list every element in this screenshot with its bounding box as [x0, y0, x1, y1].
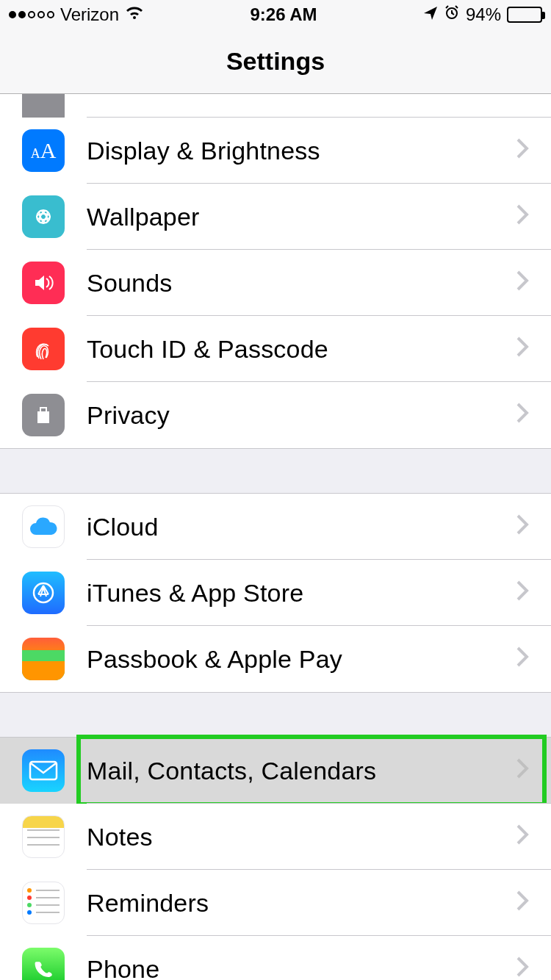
chevron-right-icon — [516, 203, 529, 231]
section-gap — [0, 449, 551, 493]
settings-row-wallpaper[interactable]: Wallpaper — [0, 184, 551, 250]
settings-row-passbook[interactable]: Passbook & Apple Pay — [0, 626, 551, 692]
status-bar: Verizon 9:26 AM 94% — [0, 0, 551, 29]
icloud-icon — [22, 505, 65, 548]
status-right: 94% — [423, 4, 542, 25]
settings-scroll[interactable]: AA Display & Brightness Wallpaper Sounds — [0, 94, 551, 980]
reminders-icon — [22, 882, 65, 924]
chevron-right-icon — [516, 335, 529, 364]
page-title: Settings — [0, 29, 551, 94]
privacy-icon — [22, 394, 65, 436]
row-label: Sounds — [87, 269, 516, 298]
section-2: Mail, Contacts, Calendars Notes Reminder… — [0, 737, 551, 980]
battery-pct-label: 94% — [466, 4, 501, 25]
chevron-right-icon — [516, 269, 529, 298]
row-label: Display & Brightness — [87, 137, 516, 165]
battery-icon — [507, 7, 542, 23]
row-label: Wallpaper — [87, 203, 516, 231]
chevron-right-icon — [516, 823, 529, 851]
row-label: Reminders — [87, 889, 516, 918]
settings-row-partial[interactable] — [0, 94, 551, 118]
section-1: iCloud iTunes & App Store Passbook & App… — [0, 493, 551, 693]
touchid-icon — [22, 328, 65, 370]
settings-row-touchid[interactable]: Touch ID & Passcode — [0, 316, 551, 382]
itunes-icon — [22, 572, 65, 614]
section-gap — [0, 693, 551, 737]
chevron-right-icon — [516, 137, 529, 165]
row-label: Phone — [87, 955, 516, 981]
settings-row-reminders[interactable]: Reminders — [0, 870, 551, 936]
svg-rect-8 — [30, 762, 57, 779]
settings-row-sounds[interactable]: Sounds — [0, 250, 551, 316]
settings-row-privacy[interactable]: Privacy — [0, 382, 551, 448]
mail-icon — [22, 749, 65, 792]
chevron-right-icon — [516, 889, 529, 918]
phone-icon — [22, 948, 65, 980]
wifi-icon — [125, 4, 144, 25]
sounds-icon — [22, 262, 65, 304]
settings-row-display[interactable]: AA Display & Brightness — [0, 118, 551, 184]
svg-point-6 — [42, 414, 45, 417]
row-label: iCloud — [87, 513, 516, 541]
partial-icon — [22, 94, 65, 118]
chevron-right-icon — [516, 513, 529, 541]
row-label: Notes — [87, 823, 516, 851]
chevron-right-icon — [516, 955, 529, 981]
wallpaper-icon — [22, 195, 65, 238]
signal-strength-icon — [9, 11, 54, 18]
chevron-right-icon — [516, 757, 529, 785]
settings-row-mail[interactable]: Mail, Contacts, Calendars — [0, 738, 551, 804]
passbook-icon — [22, 638, 65, 680]
row-label: Mail, Contacts, Calendars — [87, 757, 516, 785]
settings-row-itunes[interactable]: iTunes & App Store — [0, 560, 551, 626]
row-label: Privacy — [87, 401, 516, 430]
row-label: Touch ID & Passcode — [87, 335, 516, 364]
alarm-icon — [444, 4, 460, 25]
notes-icon — [22, 815, 65, 858]
carrier-label: Verizon — [60, 4, 119, 25]
section-0-partial: AA Display & Brightness Wallpaper Sounds — [0, 94, 551, 449]
row-label: Passbook & Apple Pay — [87, 645, 516, 674]
chevron-right-icon — [516, 645, 529, 674]
clock-label: 9:26 AM — [250, 4, 317, 25]
chevron-right-icon — [516, 401, 529, 430]
display-icon: AA — [22, 129, 65, 172]
chevron-right-icon — [516, 579, 529, 608]
settings-row-notes[interactable]: Notes — [0, 804, 551, 870]
location-icon — [423, 4, 438, 25]
settings-row-phone[interactable]: Phone — [0, 936, 551, 980]
settings-row-icloud[interactable]: iCloud — [0, 494, 551, 560]
row-label: iTunes & App Store — [87, 579, 516, 608]
status-left: Verizon — [9, 4, 144, 25]
